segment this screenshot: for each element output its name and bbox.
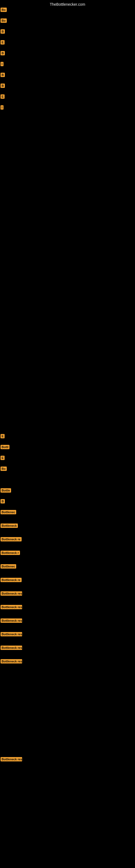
badge-21: Bottlenec <box>1 564 16 568</box>
badge-27: Bottleneck resu <box>1 646 22 650</box>
badge-18: Bottleneck <box>1 524 18 528</box>
badge-10: I <box>1 105 3 110</box>
badge-26: Bottleneck resu <box>1 632 22 637</box>
badge-22: Bottleneck re <box>1 578 21 582</box>
badge-11: E <box>1 434 5 438</box>
badge-15: Bottle <box>1 488 11 493</box>
badge-9: E <box>1 94 5 99</box>
badge-14: Bo <box>1 467 7 471</box>
site-title: TheBottlenecker.com <box>50 2 85 6</box>
badge-25: Bottleneck resu <box>1 618 22 623</box>
badge-16: B <box>1 499 5 503</box>
badge-2: Bo <box>1 19 7 23</box>
badge-28: Bottleneck result <box>1 659 22 663</box>
badge-7: B <box>1 73 5 77</box>
badge-4: E <box>1 40 5 44</box>
badge-6: I <box>1 62 3 66</box>
badge-13: E <box>1 456 5 460</box>
badge-29: Bottleneck resu <box>1 757 22 762</box>
badge-19: Bottleneck re <box>1 537 21 541</box>
badge-5: B <box>1 51 5 55</box>
badge-23: Bottleneck resu <box>1 591 22 596</box>
badge-17: Bottlenec <box>1 510 16 514</box>
badge-3: B <box>1 29 5 34</box>
badge-1: Bo <box>1 8 7 12</box>
badge-12: Bottl <box>1 445 9 449</box>
badge-8: B <box>1 84 5 88</box>
badge-24: Bottleneck resu <box>1 605 22 609</box>
badge-20: Bottleneck r <box>1 551 20 555</box>
